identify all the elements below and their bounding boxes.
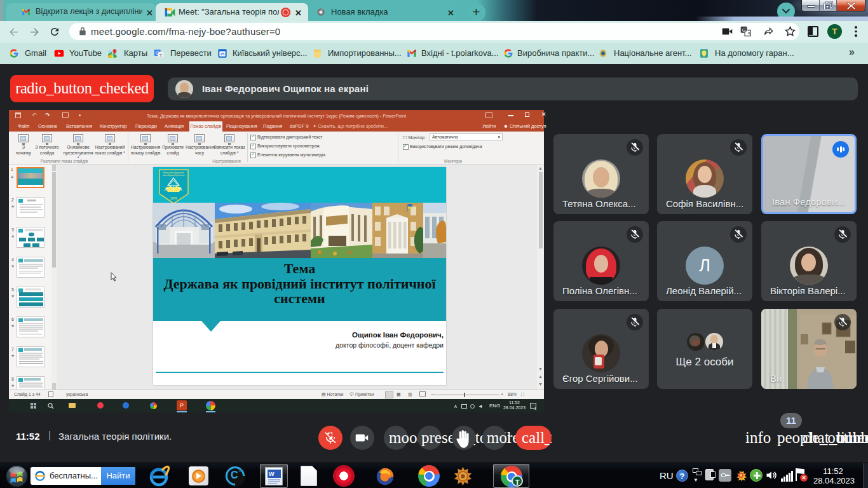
svg-text:1874: 1874 <box>170 197 177 200</box>
svg-text:G: G <box>742 27 746 33</box>
svg-text:імені Бориса Грінченка: імені Бориса Грінченка <box>163 174 184 177</box>
svg-text:文: 文 <box>159 53 163 57</box>
svg-text:я: я <box>748 30 750 35</box>
svg-text:25: 25 <box>220 52 225 56</box>
